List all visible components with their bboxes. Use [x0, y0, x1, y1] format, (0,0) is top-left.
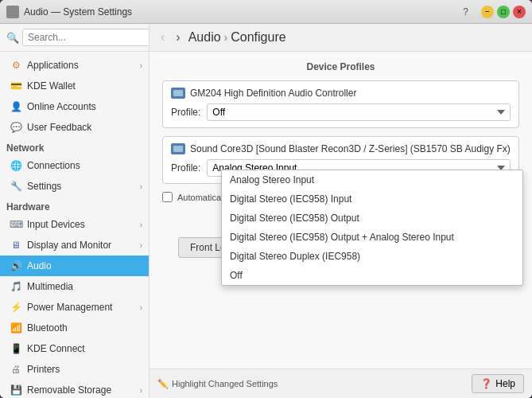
chevron-icon: ›	[140, 386, 142, 395]
sidebar-label-user-feedback: User Feedback	[27, 122, 91, 133]
search-icon: 🔍	[6, 32, 19, 44]
dropdown-option-digital-stereo-output-analog[interactable]: Digital Stereo (IEC958) Output + Analog …	[222, 228, 522, 247]
sidebar-item-multimedia[interactable]: 🎵 Multimedia	[0, 276, 149, 297]
device1-name: GM204 High Definition Audio Controller	[190, 88, 356, 99]
minimize-button[interactable]: −	[481, 6, 494, 18]
main-window: Audio — System Settings ? − □ × 🔍 🏠	[0, 0, 532, 398]
sidebar-item-settings[interactable]: 🔧 Settings ›	[0, 176, 149, 197]
sidebar-search-bar: 🔍 🏠	[0, 24, 149, 52]
dropdown-option-digital-stereo-output[interactable]: Digital Stereo (IEC958) Output	[222, 209, 522, 228]
auto-switch-checkbox[interactable]	[162, 192, 173, 202]
sidebar-label-input-devices: Input Devices	[27, 219, 85, 230]
sidebar-label-kde-wallet: KDE Wallet	[27, 80, 76, 92]
display-monitor-icon: 🖥	[10, 239, 22, 252]
sidebar-item-connections[interactable]: 🌐 Connections	[0, 155, 149, 176]
sidebar-item-user-feedback[interactable]: 💬 User Feedback	[0, 117, 149, 138]
sidebar-label-settings: Settings	[27, 181, 61, 192]
sidebar-item-printers[interactable]: 🖨 Printers	[0, 359, 149, 380]
sidebar-item-power-management[interactable]: ⚡ Power Management ›	[0, 297, 149, 318]
sidebar-label-kde-connect: KDE Connect	[27, 343, 85, 354]
titlebar: Audio — System Settings ? − □ ×	[0, 0, 532, 24]
audio-icon: 🔊	[10, 259, 22, 272]
kde-connect-icon: 📱	[10, 342, 22, 355]
device1-card: GM204 High Definition Audio Controller P…	[162, 80, 519, 128]
sidebar-label-online-accounts: Online Accounts	[27, 101, 96, 112]
sidebar-label-audio: Audio	[27, 260, 52, 271]
sidebar-item-kde-wallet[interactable]: 💳 KDE Wallet	[0, 76, 149, 96]
window-controls: − □ ×	[481, 6, 526, 18]
chevron-icon: ›	[140, 241, 142, 250]
dropdown-option-analog-stereo-input[interactable]: Analog Stereo Input	[222, 170, 522, 189]
sidebar-item-applications[interactable]: ⚙ Applications ›	[0, 55, 149, 76]
device2-icon	[171, 143, 185, 154]
sidebar-label-display-monitor: Display and Monitor	[27, 240, 111, 251]
window-title: Audio — System Settings	[24, 6, 132, 18]
back-button[interactable]: ‹	[157, 29, 168, 46]
chevron-icon: ›	[140, 303, 142, 312]
online-accounts-icon: 👤	[10, 100, 22, 113]
sidebar-label-bluetooth: Bluetooth	[27, 322, 68, 334]
sidebar-item-display-monitor[interactable]: 🖥 Display and Monitor ›	[0, 235, 149, 256]
titlebar-help: ?	[463, 6, 468, 18]
sidebar-item-removable-storage[interactable]: 💾 Removable Storage ›	[0, 380, 149, 398]
sidebar: 🔍 🏠 ⚙ Applications › 💳 KDE Wallet	[0, 24, 150, 398]
app-icon	[6, 6, 19, 18]
connections-icon: 🌐	[10, 159, 22, 172]
bluetooth-icon: 📶	[10, 322, 22, 334]
device1-profile-select[interactable]: Off	[207, 103, 511, 121]
highlight-icon: ✏️	[157, 379, 169, 389]
help-icon: ❓	[480, 378, 492, 389]
breadcrumb-current: Configure	[231, 30, 285, 45]
highlight-settings[interactable]: ✏️ Highlight Changed Settings	[157, 379, 278, 389]
dropdown-option-digital-stereo-input[interactable]: Digital Stereo (IEC958) Input	[222, 189, 522, 209]
breadcrumb-parent: Audio	[188, 30, 221, 45]
sidebar-item-audio[interactable]: 🔊 Audio	[0, 256, 149, 276]
multimedia-icon: 🎵	[10, 280, 22, 293]
main-content: 🔍 🏠 ⚙ Applications › 💳 KDE Wallet	[0, 24, 532, 398]
chevron-icon: ›	[140, 61, 142, 70]
help-button[interactable]: ❓ Help	[472, 374, 524, 393]
sidebar-label-connections: Connections	[27, 160, 80, 171]
power-management-icon: ⚡	[10, 301, 22, 314]
device2-header: Sound Core3D [Sound Blaster Recon3D / Z-…	[171, 143, 511, 154]
search-input[interactable]	[22, 29, 150, 46]
sidebar-label-multimedia: Multimedia	[27, 281, 73, 292]
removable-storage-icon: 💾	[10, 384, 22, 396]
content-body: Device Profiles GM204 High Definition Au…	[150, 52, 532, 369]
chevron-icon: ›	[140, 182, 142, 191]
breadcrumb: Audio › Configure	[188, 30, 286, 45]
kde-wallet-icon: 💳	[10, 80, 22, 92]
device1-profile-label: Profile:	[171, 107, 200, 118]
chevron-icon: ›	[140, 220, 142, 229]
apps-icon: ⚙	[10, 59, 22, 72]
forward-button[interactable]: ›	[173, 29, 183, 46]
sidebar-item-input-devices[interactable]: ⌨ Input Devices ›	[0, 214, 149, 235]
section-label-hardware: Hardware	[0, 197, 149, 214]
profile-dropdown: Analog Stereo Input Digital Stereo (IEC9…	[221, 170, 523, 286]
dropdown-option-off[interactable]: Off	[222, 266, 522, 285]
sidebar-label-printers: Printers	[27, 364, 60, 375]
device1-header: GM204 High Definition Audio Controller	[171, 88, 511, 99]
titlebar-left: Audio — System Settings	[6, 6, 132, 18]
help-label: Help	[495, 378, 515, 389]
settings-icon: 🔧	[10, 180, 22, 193]
content-toolbar: ‹ › Audio › Configure	[150, 24, 532, 52]
dropdown-option-digital-stereo-duplex[interactable]: Digital Stereo Duplex (IEC958)	[222, 247, 522, 266]
content-area: ‹ › Audio › Configure Device Profiles	[150, 24, 532, 398]
sidebar-label-applications: Applications	[27, 60, 79, 71]
close-button[interactable]: ×	[513, 6, 526, 18]
maximize-button[interactable]: □	[497, 6, 510, 18]
sidebar-item-kde-connect[interactable]: 📱 KDE Connect	[0, 338, 149, 359]
device2-profile-label: Profile:	[171, 162, 200, 174]
section-label-network: Network	[0, 138, 149, 155]
input-devices-icon: ⌨	[10, 218, 22, 231]
device2-name: Sound Core3D [Sound Blaster Recon3D / Z-…	[190, 143, 511, 154]
user-feedback-icon: 💬	[10, 121, 22, 134]
breadcrumb-separator: ›	[224, 31, 228, 44]
highlight-label: Highlight Changed Settings	[172, 379, 278, 388]
device1-profile-row: Profile: Off	[171, 103, 511, 121]
sidebar-item-online-accounts[interactable]: 👤 Online Accounts	[0, 96, 149, 117]
sidebar-label-removable-storage: Removable Storage	[27, 384, 111, 396]
device-profiles-title: Device Profiles	[162, 61, 519, 72]
sidebar-item-bluetooth[interactable]: 📶 Bluetooth	[0, 318, 149, 338]
